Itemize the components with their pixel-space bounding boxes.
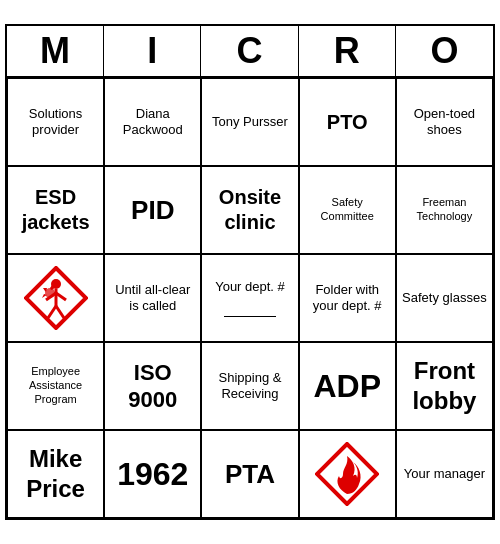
header-row: M I C R O [7, 26, 493, 78]
header-c: C [201, 26, 298, 76]
cell-r4c1: Employee Assistance Program [7, 342, 104, 430]
cell-r4c3: Shipping & Receiving [201, 342, 298, 430]
cell-r5c2: 1962 [104, 430, 201, 518]
cell-r2c5: Freeman Technology [396, 166, 493, 254]
cell-r3c5: Safety glasses [396, 254, 493, 342]
cell-r4c4: ADP [299, 342, 396, 430]
cell-r5c1: Mike Price [7, 430, 104, 518]
cell-r1c1: Solutions provider [7, 78, 104, 166]
flame-icon [315, 442, 379, 506]
bingo-card: M I C R O Solutions provider Diana Packw… [5, 24, 495, 520]
header-m: M [7, 26, 104, 76]
header-o: O [396, 26, 493, 76]
cell-r5c4 [299, 430, 396, 518]
header-i: I [104, 26, 201, 76]
cell-r2c3: Onsite clinic [201, 166, 298, 254]
cell-r5c5: Your manager [396, 430, 493, 518]
cell-r2c2: PID [104, 166, 201, 254]
cell-r4c5: Front lobby [396, 342, 493, 430]
cell-r3c3: Your dept. # [201, 254, 298, 342]
bingo-grid: Solutions provider Diana Packwood Tony P… [7, 78, 493, 518]
cell-r4c2: ISO 9000 [104, 342, 201, 430]
cell-r2c4: Safety Committee [299, 166, 396, 254]
cell-r1c5: Open-toed shoes [396, 78, 493, 166]
cell-r5c3: PTA [201, 430, 298, 518]
header-r: R [299, 26, 396, 76]
cell-r2c1: ESD jackets [7, 166, 104, 254]
cell-r1c4: PTO [299, 78, 396, 166]
cell-r3c4: Folder with your dept. # [299, 254, 396, 342]
cell-r3c1 [7, 254, 104, 342]
cell-r3c2: Until all-clear is called [104, 254, 201, 342]
cell-r1c2: Diana Packwood [104, 78, 201, 166]
cell-r1c3: Tony Pursser [201, 78, 298, 166]
health-hazard-icon [24, 266, 88, 330]
